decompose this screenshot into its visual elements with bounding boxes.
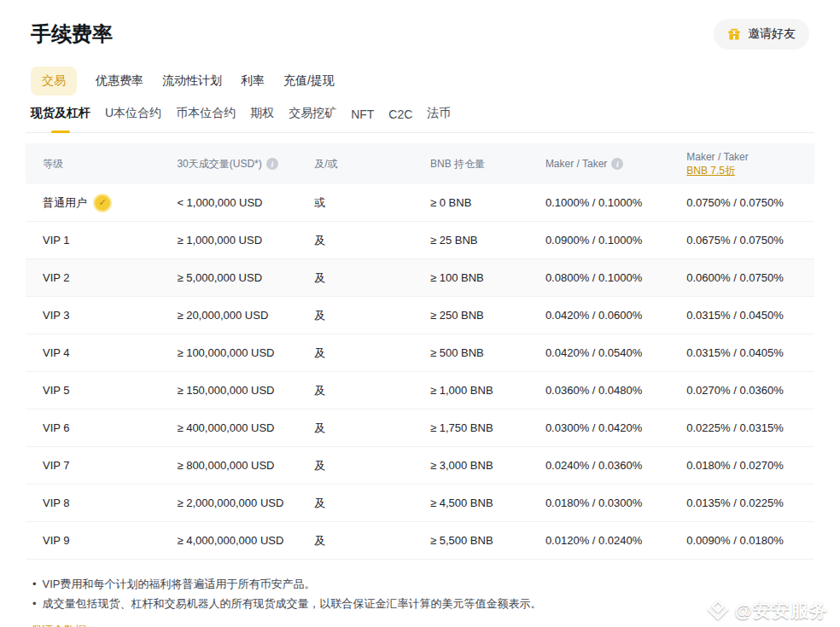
secondary-tab-bar: 现货及杠杆 U本位合约 币本位合约 期权 交易挖矿 NFT C2C 法币: [26, 106, 814, 133]
volume-cell: ≥ 800,000,000 USD: [177, 459, 314, 472]
maker-taker-bnb-cell: 0.0270% / 0.0360%: [686, 384, 814, 397]
tab-deposit-withdraw[interactable]: 充值/提现: [283, 67, 335, 96]
bnb-cell: ≥ 1,750 BNB: [430, 421, 545, 434]
tab-liquidity-program[interactable]: 流动性计划: [162, 67, 222, 96]
fee-table: 等级 30天成交量(USD*) 及/或 BNB 持仓量 Maker / Take…: [26, 143, 814, 560]
maker-taker-cell: 0.0180% / 0.0300%: [545, 496, 686, 509]
maker-taker-bnb-cell: 0.0750% / 0.0750%: [686, 196, 814, 209]
maker-taker-cell: 0.0120% / 0.0240%: [545, 534, 686, 547]
volume-cell: < 1,000,000 USD: [177, 196, 314, 209]
table-row: VIP 2 ≥ 5,000,000 USD 及 ≥ 100 BNB 0.0800…: [26, 259, 814, 297]
header-level: 等级: [26, 157, 177, 171]
header-maker-taker-bnb: Maker / Taker BNB 7.5折: [686, 151, 814, 177]
invite-friends-button[interactable]: 邀请好友: [714, 19, 809, 49]
verified-badge-icon: [95, 195, 110, 211]
maker-taker-cell: 0.0420% / 0.0600%: [545, 309, 686, 322]
level-cell: VIP 1: [26, 234, 177, 247]
bnb-cell: ≥ 0 BNB: [430, 196, 545, 209]
volume-cell: ≥ 5,000,000 USD: [177, 271, 314, 284]
header-bnb-balance: BNB 持仓量: [430, 157, 545, 171]
level-cell: VIP 5: [26, 384, 177, 397]
and-or-cell: 及: [314, 458, 430, 473]
header-and-or: 及/或: [314, 157, 430, 171]
level-cell: VIP 6: [26, 421, 177, 434]
maker-taker-bnb-cell: 0.0180% / 0.0270%: [686, 459, 814, 472]
and-or-cell: 及: [314, 496, 430, 511]
info-icon[interactable]: [611, 158, 623, 170]
level-cell: VIP 4: [26, 346, 177, 359]
table-row: VIP 1 ≥ 1,000,000 USD 及 ≥ 25 BNB 0.0900%…: [26, 222, 814, 259]
maker-taker-cell: 0.0240% / 0.0360%: [545, 459, 686, 472]
maker-taker-bnb-cell: 0.0225% / 0.0315%: [686, 421, 814, 434]
watermark-text: @安安服务: [735, 599, 828, 623]
info-icon[interactable]: [266, 158, 278, 170]
maker-taker-cell: 0.0360% / 0.0480%: [545, 384, 686, 397]
volume-cell: ≥ 150,000,000 USD: [177, 384, 314, 397]
maker-taker-cell: 0.0800% / 0.1000%: [545, 271, 686, 284]
level-cell: VIP 9: [26, 534, 177, 547]
subtab-spot-margin[interactable]: 现货及杠杆: [31, 106, 90, 132]
footnote-item: VIP费用和每个计划的福利将普遍适用于所有币安产品。: [32, 575, 814, 595]
level-cell: VIP 7: [26, 459, 177, 472]
tab-interest-rate[interactable]: 利率: [241, 67, 265, 96]
and-or-cell: 及: [314, 270, 430, 286]
volume-cell: ≥ 100,000,000 USD: [177, 346, 314, 359]
table-row: VIP 4 ≥ 100,000,000 USD 及 ≥ 500 BNB 0.04…: [26, 334, 814, 372]
page-header: 手续费率 邀请好友: [31, 19, 809, 49]
maker-taker-bnb-cell: 0.0135% / 0.0225%: [686, 496, 814, 509]
and-or-cell: 及: [314, 383, 430, 398]
bnb-cell: ≥ 5,500 BNB: [430, 534, 545, 547]
bnb-cell: ≥ 4,500 BNB: [430, 496, 545, 509]
maker-taker-cell: 0.0420% / 0.0540%: [545, 346, 686, 359]
diamond-chevron-icon: [705, 598, 731, 624]
bnb-cell: ≥ 3,000 BNB: [430, 459, 545, 472]
fee-rate-page: 手续费率 邀请好友 交易 优惠费率 流动性计划 利率 充值/提现 现货及杠杆 U…: [0, 19, 840, 627]
table-row: VIP 7 ≥ 800,000,000 USD 及 ≥ 3,000 BNB 0.…: [26, 447, 814, 485]
margin-data-link[interactable]: 保证金数据: [31, 623, 86, 627]
subtab-usdm-futures[interactable]: U本位合约: [105, 106, 161, 132]
volume-cell: ≥ 2,000,000,000 USD: [177, 496, 314, 509]
volume-cell: ≥ 4,000,000,000 USD: [177, 534, 314, 547]
table-row: 普通用户 < 1,000,000 USD 或 ≥ 0 BNB 0.1000% /…: [26, 184, 814, 222]
and-or-cell: 及: [314, 345, 430, 361]
and-or-cell: 及: [314, 421, 430, 436]
maker-taker-bnb-cell: 0.0315% / 0.0405%: [686, 346, 814, 359]
maker-taker-bnb-cell: 0.0090% / 0.0180%: [686, 534, 814, 547]
subtab-nft[interactable]: NFT: [351, 107, 374, 132]
maker-taker-cell: 0.0300% / 0.0420%: [545, 421, 686, 434]
subtab-liquidity-mining[interactable]: 交易挖矿: [289, 106, 336, 132]
footnote-item: 成交量包括现货、杠杆和交易机器人的所有现货成交量，以联合保证金汇率计算的美元等值…: [32, 595, 814, 614]
level-cell: VIP 8: [26, 496, 177, 509]
and-or-cell: 及: [314, 533, 430, 549]
subtab-options[interactable]: 期权: [250, 106, 274, 132]
bnb-discount-link[interactable]: BNB 7.5折: [686, 165, 735, 177]
bnb-cell: ≥ 100 BNB: [430, 271, 545, 284]
and-or-cell: 及: [314, 233, 430, 248]
maker-taker-bnb-cell: 0.0600% / 0.0750%: [686, 271, 814, 284]
tab-trading[interactable]: 交易: [31, 67, 77, 96]
table-row: VIP 6 ≥ 400,000,000 USD 及 ≥ 1,750 BNB 0.…: [26, 409, 814, 447]
bnb-cell: ≥ 25 BNB: [430, 234, 545, 247]
maker-taker-bnb-cell: 0.0315% / 0.0450%: [686, 309, 814, 322]
table-row: VIP 8 ≥ 2,000,000,000 USD 及 ≥ 4,500 BNB …: [26, 485, 814, 522]
footnotes: VIP费用和每个计划的福利将普遍适用于所有币安产品。 成交量包括现货、杠杆和交易…: [32, 575, 814, 614]
invite-friends-label: 邀请好友: [748, 26, 796, 42]
subtab-fiat[interactable]: 法币: [427, 106, 451, 132]
header-volume: 30天成交量(USD*): [177, 157, 314, 171]
level-cell: VIP 3: [26, 309, 177, 322]
maker-taker-bnb-cell: 0.0675% / 0.0750%: [686, 234, 814, 247]
maker-taker-cell: 0.0900% / 0.1000%: [545, 234, 686, 247]
watermark: @安安服务: [705, 598, 828, 624]
header-maker-taker: Maker / Taker: [545, 158, 686, 170]
table-header-row: 等级 30天成交量(USD*) 及/或 BNB 持仓量 Maker / Take…: [26, 143, 814, 184]
subtab-coinm-futures[interactable]: 币本位合约: [176, 106, 236, 132]
bnb-cell: ≥ 250 BNB: [430, 309, 545, 322]
tab-fee-discount[interactable]: 优惠费率: [96, 67, 143, 96]
and-or-cell: 及: [314, 308, 430, 323]
gift-icon: [727, 27, 741, 41]
page-title: 手续费率: [31, 20, 113, 48]
table-row: VIP 3 ≥ 20,000,000 USD 及 ≥ 250 BNB 0.042…: [26, 297, 814, 334]
level-cell: 普通用户: [26, 195, 177, 211]
subtab-c2c[interactable]: C2C: [388, 107, 412, 132]
level-cell: VIP 2: [26, 271, 177, 284]
